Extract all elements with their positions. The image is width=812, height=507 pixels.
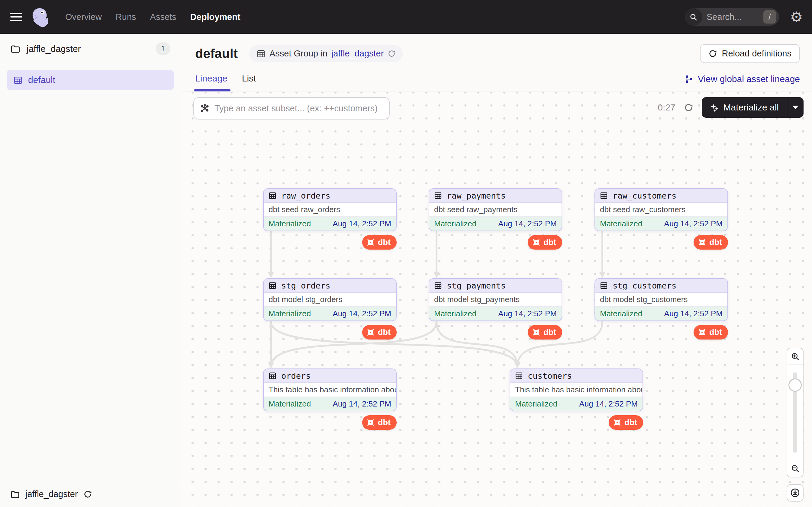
search-box[interactable]: / bbox=[685, 8, 779, 25]
dbt-logo-icon bbox=[532, 328, 541, 337]
asset-timestamp[interactable]: Aug 14, 2:52 PM bbox=[333, 309, 391, 319]
reload-definitions-button[interactable]: Reload definitions bbox=[700, 44, 800, 63]
refresh-icon[interactable] bbox=[684, 103, 693, 112]
zoom-in-icon bbox=[791, 352, 800, 361]
asset-node-orders[interactable]: orders This table has basic information … bbox=[263, 369, 397, 411]
asset-node-raw_payments[interactable]: raw_payments dbt seed raw_payments Mater… bbox=[429, 188, 562, 231]
dbt-badge[interactable]: dbt bbox=[528, 235, 562, 249]
nav-item-assets[interactable]: Assets bbox=[150, 12, 176, 22]
table-icon bbox=[515, 372, 523, 380]
tab-lineage[interactable]: Lineage bbox=[195, 73, 227, 91]
dbt-badge-label: dbt bbox=[709, 238, 722, 247]
repo-link[interactable]: jaffle_dagster bbox=[332, 49, 384, 59]
zoom-slider[interactable] bbox=[786, 365, 804, 460]
refresh-icon[interactable] bbox=[388, 50, 396, 58]
download-image-button[interactable] bbox=[786, 484, 804, 502]
refresh-icon[interactable] bbox=[83, 490, 92, 499]
asset-status: Materialized bbox=[515, 399, 557, 409]
asset-node-customers[interactable]: customers This table has basic informati… bbox=[510, 369, 643, 411]
menu-icon[interactable] bbox=[9, 11, 23, 23]
zoom-controls bbox=[786, 348, 804, 502]
dbt-logo-icon bbox=[366, 328, 375, 337]
asset-status: Materialized bbox=[268, 399, 311, 409]
table-icon bbox=[600, 191, 608, 200]
main-panel: default Asset Group in jaffle_dagster bbox=[181, 34, 812, 507]
asset-status: Materialized bbox=[434, 309, 476, 319]
asset-name: raw_payments bbox=[447, 191, 506, 201]
asset-description: dbt seed raw_customers bbox=[595, 203, 727, 217]
dbt-badge[interactable]: dbt bbox=[362, 235, 397, 249]
sidebar-item-default[interactable]: default bbox=[7, 70, 174, 90]
zoom-slider-thumb[interactable] bbox=[789, 379, 802, 392]
gear-icon[interactable]: ⚙ bbox=[790, 10, 803, 24]
dbt-badge[interactable]: dbt bbox=[362, 415, 397, 430]
asset-description: dbt seed raw_orders bbox=[264, 203, 396, 217]
asset-status: Materialized bbox=[434, 219, 476, 228]
lineage-canvas[interactable]: 0:27 Materialize all bbox=[181, 92, 812, 507]
asset-name: orders bbox=[281, 371, 311, 381]
tab-list[interactable]: List bbox=[242, 73, 256, 91]
page-title: default bbox=[195, 46, 238, 61]
asset-name: stg_customers bbox=[613, 281, 676, 290]
dbt-logo-icon bbox=[366, 238, 375, 247]
repo-count-badge: 1 bbox=[156, 42, 170, 55]
search-icon bbox=[685, 8, 702, 25]
dagster-logo-icon bbox=[30, 7, 51, 27]
primary-nav: OverviewRunsAssetsDeployment bbox=[65, 12, 241, 22]
asset-description: dbt model stg_payments bbox=[429, 293, 562, 307]
asset-name: customers bbox=[528, 371, 572, 381]
search-shortcut-key: / bbox=[763, 10, 776, 23]
asset-timestamp[interactable]: Aug 14, 2:52 PM bbox=[664, 219, 723, 228]
table-icon bbox=[268, 281, 277, 290]
asset-timestamp[interactable]: Aug 14, 2:52 PM bbox=[333, 399, 391, 409]
asset-node-raw_orders[interactable]: raw_orders dbt seed raw_orders Materiali… bbox=[263, 188, 397, 231]
table-icon bbox=[268, 191, 277, 200]
asset-subset-input[interactable] bbox=[214, 104, 383, 113]
refresh-timer: 0:27 bbox=[658, 102, 675, 113]
zoom-out-button[interactable] bbox=[786, 460, 804, 477]
zoom-in-button[interactable] bbox=[786, 348, 804, 365]
zoom-out-icon bbox=[791, 464, 800, 473]
asset-status: Materialized bbox=[268, 309, 311, 319]
folder-icon bbox=[10, 44, 20, 54]
nav-item-deployment[interactable]: Deployment bbox=[190, 12, 241, 22]
dbt-badge-label: dbt bbox=[624, 418, 637, 427]
asset-timestamp[interactable]: Aug 14, 2:52 PM bbox=[333, 219, 391, 228]
tabs: Lineage List View global asset lineage bbox=[181, 73, 812, 92]
footer-repo-name: jaffle_dagster bbox=[26, 489, 78, 499]
asset-node-stg_payments[interactable]: stg_payments dbt model stg_payments Mate… bbox=[429, 278, 562, 321]
asset-group-tag: Asset Group in jaffle_dagster bbox=[249, 45, 403, 62]
asset-timestamp[interactable]: Aug 14, 2:52 PM bbox=[498, 309, 557, 319]
asset-timestamp[interactable]: Aug 14, 2:52 PM bbox=[664, 309, 723, 319]
view-global-asset-lineage-link[interactable]: View global asset lineage bbox=[684, 74, 800, 91]
divider bbox=[0, 64, 181, 64]
global-lineage-label: View global asset lineage bbox=[698, 74, 800, 84]
dbt-badge-label: dbt bbox=[378, 238, 391, 247]
asset-node-raw_customers[interactable]: raw_customers dbt seed raw_customers Mat… bbox=[595, 188, 728, 231]
asset-name: stg_payments bbox=[447, 281, 506, 290]
asset-name: stg_orders bbox=[281, 281, 331, 290]
dbt-badge[interactable]: dbt bbox=[528, 325, 562, 339]
asset-node-stg_customers[interactable]: stg_customers dbt model stg_customers Ma… bbox=[595, 278, 728, 321]
materialize-all-button[interactable]: Materialize all bbox=[702, 97, 804, 118]
dbt-badge[interactable]: dbt bbox=[694, 325, 728, 339]
asset-description: dbt seed raw_payments bbox=[429, 203, 562, 217]
folder-icon bbox=[10, 490, 20, 499]
table-icon bbox=[600, 281, 608, 290]
sidebar-repo-row[interactable]: jaffle_dagster 1 bbox=[0, 34, 181, 64]
dbt-badge[interactable]: dbt bbox=[362, 325, 397, 339]
asset-timestamp[interactable]: Aug 14, 2:52 PM bbox=[579, 399, 638, 409]
nav-item-runs[interactable]: Runs bbox=[116, 12, 136, 22]
materialize-dropdown-button[interactable] bbox=[787, 97, 804, 118]
materialize-label: Materialize all bbox=[723, 102, 779, 113]
asset-timestamp[interactable]: Aug 14, 2:52 PM bbox=[498, 219, 557, 228]
asset-node-stg_orders[interactable]: stg_orders dbt model stg_orders Material… bbox=[263, 278, 397, 321]
table-icon bbox=[268, 372, 277, 380]
search-input[interactable] bbox=[707, 12, 752, 22]
asset-status: Materialized bbox=[600, 309, 642, 319]
asset-filter-box bbox=[193, 97, 390, 119]
dbt-badge[interactable]: dbt bbox=[609, 415, 643, 430]
nav-item-overview[interactable]: Overview bbox=[65, 12, 102, 22]
dbt-badge[interactable]: dbt bbox=[694, 235, 728, 249]
asset-group-icon bbox=[13, 75, 23, 85]
